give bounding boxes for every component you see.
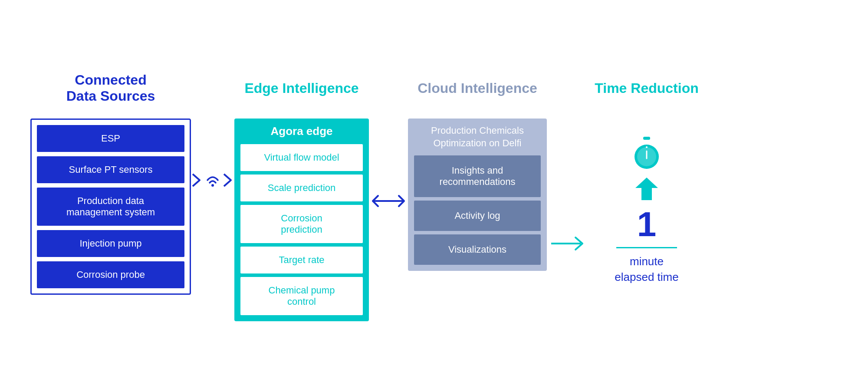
cloud-item-activity: Activity log <box>414 201 541 231</box>
ds-item-injection: Injection pump <box>37 230 184 257</box>
ds-item-esp: ESP <box>37 125 184 152</box>
cloud-item-insights: Insights and recommendations <box>414 155 541 197</box>
right-arrow-icon <box>191 172 203 188</box>
stopwatch-icon <box>631 136 662 171</box>
ds-item-corrosion-probe: Corrosion probe <box>37 261 184 288</box>
edge-item-target: Target rate <box>240 247 363 273</box>
col-edge-title: Edge Intelligence <box>234 71 369 105</box>
svg-rect-3 <box>643 137 650 140</box>
col-data-sources: Connected Data Sources ESP Surface PT se… <box>30 71 191 295</box>
edge-item-pump: Chemical pump control <box>240 277 363 315</box>
time-content: 1 minute elapsed time <box>615 136 678 285</box>
col-time-title: Time Reduction <box>590 71 703 105</box>
ds-item-production: Production data management system <box>37 188 184 226</box>
data-sources-box: ESP Surface PT sensors Production data m… <box>30 119 191 295</box>
double-arrow-icon <box>371 192 406 210</box>
edge-item-scale: Scale prediction <box>240 175 363 201</box>
time-label: minute elapsed time <box>615 254 678 285</box>
right-arrow-2-icon <box>222 172 234 188</box>
diagram-container: Connected Data Sources ESP Surface PT se… <box>9 10 859 383</box>
double-arrow-area <box>369 192 408 210</box>
edge-item-vfm: Virtual flow model <box>240 144 363 171</box>
cloud-item-viz: Visualizations <box>414 234 541 265</box>
signal-icon <box>204 171 221 190</box>
cloud-box: Production Chemicals Optimization on Del… <box>408 119 547 271</box>
time-divider <box>616 247 677 248</box>
down-arrow-icon <box>635 176 659 202</box>
edge-box-title: Agora edge <box>240 125 363 138</box>
edge-box: Agora edge Virtual flow model Scale pred… <box>234 119 369 321</box>
arrow-signal-area <box>191 171 234 190</box>
col-data-sources-title: Connected Data Sources <box>30 71 191 105</box>
col-cloud: Cloud Intelligence Production Chemicals … <box>408 71 547 271</box>
col-cloud-title: Cloud Intelligence <box>408 71 547 105</box>
svg-point-0 <box>211 184 214 187</box>
cloud-box-title: Production Chemicals Optimization on Del… <box>414 125 541 149</box>
svg-point-7 <box>646 146 648 148</box>
ds-item-surface: Surface PT sensors <box>37 156 184 183</box>
edge-item-corrosion: Corrosion prediction <box>240 205 363 243</box>
col-edge: Edge Intelligence Agora edge Virtual flo… <box>234 71 369 321</box>
col-time: Time Reduction <box>590 71 703 285</box>
time-number: 1 <box>637 207 657 242</box>
right-arrow-3-icon <box>551 236 586 251</box>
arrow-to-time-area <box>547 236 590 251</box>
svg-marker-8 <box>635 178 658 200</box>
